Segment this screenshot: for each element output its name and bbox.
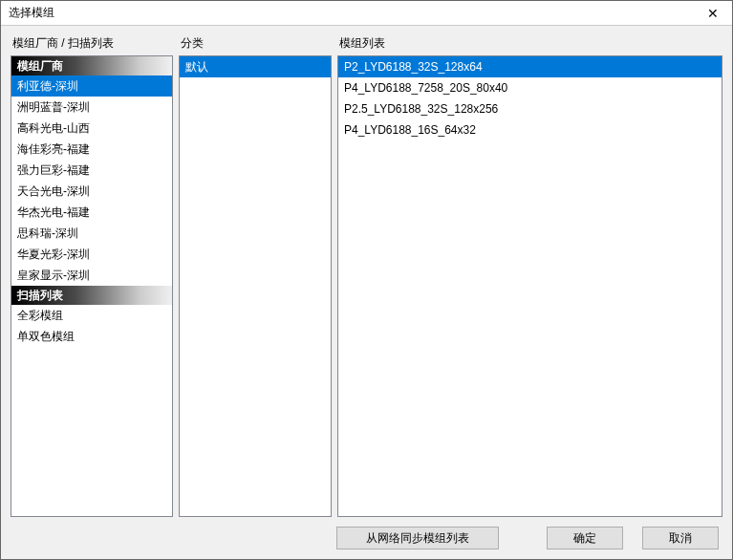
sync-button[interactable]: 从网络同步模组列表 — [336, 527, 499, 549]
category-column: 分类 默认 — [179, 35, 332, 517]
module-item[interactable]: P2.5_LYD6188_32S_128x256 — [338, 98, 722, 119]
vendor-item[interactable]: 高科光电-山西 — [11, 118, 172, 139]
scan-item[interactable]: 全彩模组 — [11, 305, 172, 326]
module-item[interactable]: P2_LYD6188_32S_128x64 — [338, 56, 722, 77]
scan-item[interactable]: 单双色模组 — [11, 326, 172, 347]
close-icon: ✕ — [707, 6, 719, 21]
vendor-item[interactable]: 洲明蓝普-深圳 — [11, 97, 172, 118]
window-title: 选择模组 — [9, 5, 54, 21]
modules-column-label: 模组列表 — [337, 35, 722, 52]
vendor-column: 模组厂商 / 扫描列表 模组厂商 利亚德-深圳 洲明蓝普-深圳 高科光电-山西 … — [11, 35, 173, 517]
vendor-item[interactable]: 海佳彩亮-福建 — [11, 139, 172, 160]
vendor-column-label: 模组厂商 / 扫描列表 — [11, 35, 173, 52]
scan-section-header: 扫描列表 — [11, 286, 172, 305]
vendor-item[interactable]: 利亚德-深圳 — [11, 75, 172, 97]
vendor-section-header: 模组厂商 — [11, 56, 172, 75]
titlebar: 选择模组 ✕ — [1, 1, 732, 26]
vendor-item[interactable]: 华杰光电-福建 — [11, 202, 172, 223]
category-listbox[interactable]: 默认 — [179, 55, 332, 517]
vendor-item[interactable]: 思科瑞-深圳 — [11, 223, 172, 244]
cancel-button[interactable]: 取消 — [642, 527, 719, 549]
modules-listbox[interactable]: P2_LYD6188_32S_128x64 P4_LYD6188_7258_20… — [337, 55, 722, 517]
category-item[interactable]: 默认 — [180, 56, 331, 77]
vendor-listbox[interactable]: 模组厂商 利亚德-深圳 洲明蓝普-深圳 高科光电-山西 海佳彩亮-福建 强力巨彩… — [11, 55, 173, 517]
content-area: 模组厂商 / 扫描列表 模组厂商 利亚德-深圳 洲明蓝普-深圳 高科光电-山西 … — [1, 26, 732, 559]
button-row: 从网络同步模组列表 确定 取消 — [11, 517, 722, 551]
columns-container: 模组厂商 / 扫描列表 模组厂商 利亚德-深圳 洲明蓝普-深圳 高科光电-山西 … — [11, 35, 722, 517]
module-item[interactable]: P4_LYD6188_16S_64x32 — [338, 119, 722, 140]
category-column-label: 分类 — [179, 35, 332, 52]
module-item[interactable]: P4_LYD6188_7258_20S_80x40 — [338, 77, 722, 98]
close-button[interactable]: ✕ — [694, 1, 732, 25]
ok-button[interactable]: 确定 — [547, 527, 623, 549]
modules-column: 模组列表 P2_LYD6188_32S_128x64 P4_LYD6188_72… — [337, 35, 722, 517]
vendor-item[interactable]: 华夏光彩-深圳 — [11, 244, 172, 265]
vendor-item[interactable]: 天合光电-深圳 — [11, 181, 172, 202]
vendor-item[interactable]: 皇家显示-深圳 — [11, 265, 172, 286]
dialog-window: 选择模组 ✕ 模组厂商 / 扫描列表 模组厂商 利亚德-深圳 洲明蓝普-深圳 高… — [0, 0, 733, 560]
vendor-item[interactable]: 强力巨彩-福建 — [11, 160, 172, 181]
